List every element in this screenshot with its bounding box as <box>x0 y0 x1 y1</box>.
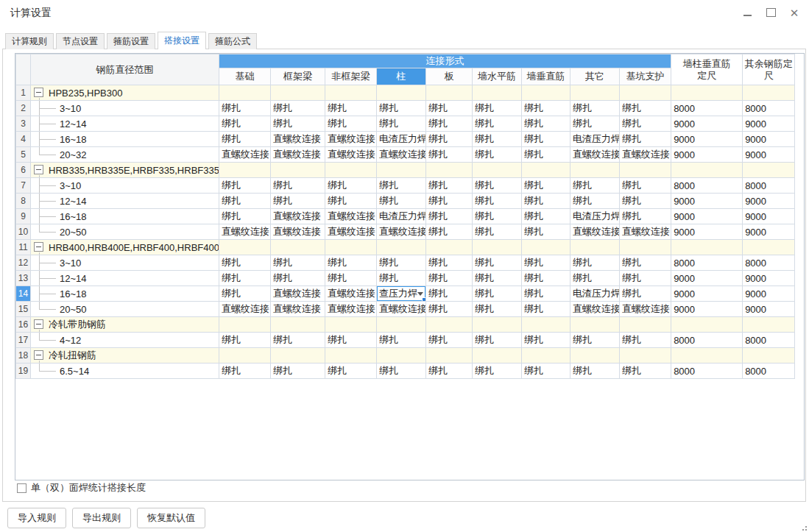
cell-frame-beam[interactable]: 绑扎 <box>271 194 325 209</box>
diameter-range-cell[interactable]: 3~10 <box>31 255 219 271</box>
export-rules-button[interactable]: 导出规则 <box>72 508 131 528</box>
cell-foundation[interactable]: 直螺纹连接 <box>219 302 271 317</box>
cell-wall-column-fixed-length[interactable]: 9000 <box>671 286 743 302</box>
cell-foundation[interactable]: 绑扎 <box>219 363 271 379</box>
diameter-range-cell[interactable]: 20~50 <box>31 302 219 317</box>
cell-other[interactable]: 电渣压力焊 <box>570 132 620 147</box>
cell-wall-column-fixed-length[interactable]: 8000 <box>671 255 743 271</box>
row-number[interactable]: 9 <box>16 209 31 224</box>
cell-wall-vertical-rebar[interactable]: 绑扎 <box>522 132 570 147</box>
cell-other[interactable]: 电渣压力焊 <box>570 209 620 224</box>
row-number[interactable]: 1 <box>16 85 31 101</box>
cell-slab[interactable] <box>426 85 473 101</box>
cell-other[interactable]: 绑扎 <box>570 116 620 132</box>
cell-non-frame-beam[interactable]: 绑扎 <box>325 194 377 209</box>
cell-other[interactable] <box>570 317 620 333</box>
cell-pit-support[interactable]: 绑扎 <box>620 116 671 132</box>
cell-wall-horizontal-rebar[interactable]: 绑扎 <box>473 147 522 163</box>
column-header-diameter-range[interactable]: 钢筋直径范围 <box>31 54 219 85</box>
row-number[interactable]: 16 <box>16 317 31 333</box>
cell-frame-beam[interactable]: 直螺纹连接 <box>271 302 325 317</box>
cell-wall-vertical-rebar[interactable] <box>522 317 570 333</box>
cell-non-frame-beam[interactable]: 直螺纹连接 <box>325 286 377 302</box>
diameter-range-cell[interactable]: 16~18 <box>31 132 219 147</box>
cell-slab[interactable]: 绑扎 <box>426 101 473 116</box>
cell-wall-vertical-rebar[interactable]: 绑扎 <box>522 333 570 348</box>
import-rules-button[interactable]: 导入规则 <box>7 508 66 528</box>
cell-other[interactable]: 绑扎 <box>570 101 620 116</box>
cell-wall-vertical-rebar[interactable] <box>522 163 570 178</box>
cell-foundation[interactable]: 直螺纹连接 <box>219 147 271 163</box>
row-number[interactable]: 15 <box>16 302 31 317</box>
cell-other-rebar-fixed-length[interactable]: 8000 <box>743 363 795 379</box>
diameter-range-cell[interactable]: 12~14 <box>31 116 219 132</box>
cell-wall-column-fixed-length[interactable]: 9000 <box>671 194 743 209</box>
cell-foundation[interactable]: 绑扎 <box>219 209 271 224</box>
tab-calculation-rules[interactable]: 计算规则 <box>5 33 54 49</box>
fill-handle[interactable] <box>422 297 426 302</box>
cell-other[interactable]: 绑扎 <box>570 271 620 286</box>
cell-non-frame-beam[interactable]: 绑扎 <box>325 178 377 194</box>
row-number[interactable]: 2 <box>16 101 31 116</box>
cell-wall-horizontal-rebar[interactable]: 绑扎 <box>473 302 522 317</box>
cell-wall-vertical-rebar[interactable]: 绑扎 <box>522 178 570 194</box>
cell-slab[interactable]: 绑扎 <box>426 363 473 379</box>
cell-wall-vertical-rebar[interactable]: 绑扎 <box>522 194 570 209</box>
cell-column[interactable]: 绑扎 <box>377 194 426 209</box>
cell-non-frame-beam[interactable] <box>325 85 377 101</box>
cell-other[interactable] <box>570 348 620 363</box>
cell-foundation[interactable]: 直螺纹连接 <box>219 224 271 240</box>
column-header-other-rebar-fixed-length[interactable]: 其余钢筋定 尺 <box>743 54 795 85</box>
tab-stirrup-settings[interactable]: 箍筋设置 <box>107 33 155 49</box>
row-number[interactable]: 17 <box>16 333 31 348</box>
column-header-pit-support[interactable]: 基坑支护 <box>620 68 671 85</box>
cell-other[interactable]: 绑扎 <box>570 333 620 348</box>
cell-foundation[interactable] <box>219 348 271 363</box>
cell-pit-support[interactable]: 绑扎 <box>620 178 671 194</box>
column-header-other[interactable]: 其它 <box>570 68 620 85</box>
cell-frame-beam[interactable]: 直螺纹连接 <box>271 147 325 163</box>
cell-non-frame-beam[interactable]: 绑扎 <box>325 101 377 116</box>
cell-wall-column-fixed-length[interactable]: 9000 <box>671 224 743 240</box>
column-header-frame-beam[interactable]: 框架梁 <box>271 68 325 85</box>
cell-wall-column-fixed-length[interactable]: 9000 <box>671 271 743 286</box>
cell-column[interactable]: 电渣压力焊 <box>377 132 426 147</box>
tab-lap-settings[interactable]: 搭接设置 <box>158 32 206 49</box>
cell-non-frame-beam[interactable] <box>325 163 377 178</box>
diameter-range-cell[interactable]: 16~18 <box>31 209 219 224</box>
cell-other[interactable]: 直螺纹连接 <box>570 224 620 240</box>
cell-wall-vertical-rebar[interactable]: 绑扎 <box>522 116 570 132</box>
cell-foundation[interactable]: 绑扎 <box>219 116 271 132</box>
tab-stirrup-formula[interactable]: 箍筋公式 <box>208 33 257 49</box>
cell-column[interactable]: 绑扎 <box>377 255 426 271</box>
cell-other-rebar-fixed-length[interactable]: 9000 <box>743 224 795 240</box>
cell-other[interactable] <box>570 163 620 178</box>
cell-wall-column-fixed-length[interactable]: 8000 <box>671 363 743 379</box>
cell-wall-vertical-rebar[interactable] <box>522 348 570 363</box>
cell-wall-horizontal-rebar[interactable]: 绑扎 <box>473 363 522 379</box>
cell-pit-support[interactable] <box>620 348 671 363</box>
cell-slab[interactable]: 绑扎 <box>426 271 473 286</box>
cell-slab[interactable]: 绑扎 <box>426 147 473 163</box>
cell-other[interactable]: 绑扎 <box>570 363 620 379</box>
cell-wall-horizontal-rebar[interactable]: 绑扎 <box>473 194 522 209</box>
cell-other-rebar-fixed-length[interactable] <box>743 240 795 255</box>
cell-frame-beam[interactable]: 绑扎 <box>271 255 325 271</box>
cell-column[interactable] <box>377 317 426 333</box>
cell-pit-support[interactable]: 绑扎 <box>620 194 671 209</box>
row-number[interactable]: 7 <box>16 178 31 194</box>
row-number[interactable]: 8 <box>16 194 31 209</box>
cell-pit-support[interactable]: 绑扎 <box>620 363 671 379</box>
diameter-range-cell[interactable]: 20~32 <box>31 147 219 163</box>
diameter-range-cell[interactable]: 3~10 <box>31 178 219 194</box>
cell-wall-horizontal-rebar[interactable] <box>473 163 522 178</box>
cell-other[interactable]: 电渣压力焊 <box>570 286 620 302</box>
cell-column[interactable] <box>377 348 426 363</box>
chevron-down-icon[interactable] <box>417 292 423 296</box>
cell-non-frame-beam[interactable]: 绑扎 <box>325 333 377 348</box>
cell-wall-vertical-rebar[interactable]: 绑扎 <box>522 101 570 116</box>
cell-wall-column-fixed-length[interactable]: 8000 <box>671 101 743 116</box>
close-button[interactable]: ✕ <box>787 5 802 20</box>
cell-foundation[interactable] <box>219 163 271 178</box>
cell-column[interactable]: 绑扎 <box>377 333 426 348</box>
